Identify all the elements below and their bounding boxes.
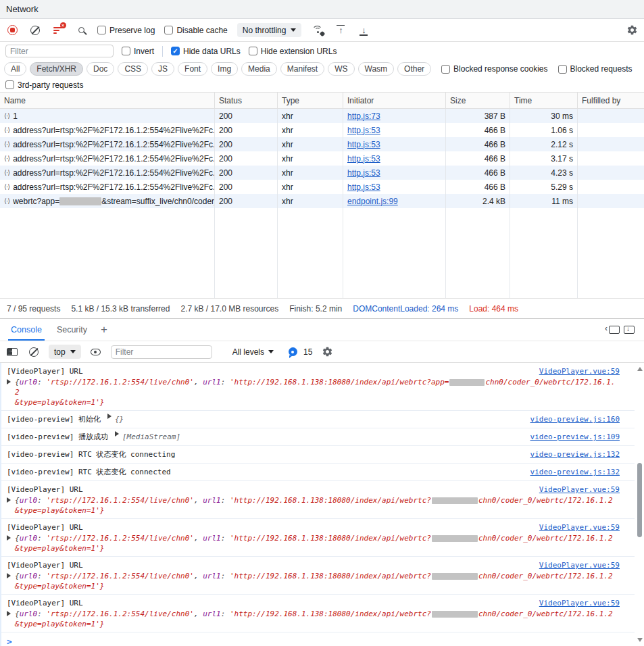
scroll-down-arrow-icon[interactable] <box>637 638 643 642</box>
console-message[interactable]: [VideoPlayer] URLVideoPlayer.vue:59{url0… <box>1 595 635 632</box>
live-expression-eye-icon[interactable] <box>89 345 103 359</box>
filter-icon[interactable]: × <box>51 24 65 37</box>
tab-console[interactable]: Console <box>4 319 49 341</box>
console-message[interactable]: [video-preview] 播放成功[MediaStream]video-p… <box>1 428 635 446</box>
initiator-link[interactable]: http.js:73 <box>347 111 380 121</box>
filter-chip-other[interactable]: Other <box>397 62 431 76</box>
scrollbar-thumb[interactable] <box>637 463 642 537</box>
filter-chip-js[interactable]: JS <box>151 62 174 76</box>
settings-gear-icon[interactable] <box>625 24 639 37</box>
source-link[interactable]: VideoPlayer.vue:59 <box>539 560 620 571</box>
table-row[interactable]: ⟨·⟩address?url=rtsp:%2F%2F172.16.1.2:554… <box>0 123 644 137</box>
console-settings-gear-icon[interactable] <box>320 345 334 359</box>
column-header-size[interactable]: Size <box>446 93 510 108</box>
clear-icon[interactable] <box>28 24 42 37</box>
preserve-log-checkbox[interactable] <box>97 26 106 34</box>
table-row[interactable]: ⟨·⟩address?url=rtsp:%2F%2F172.16.1.2:554… <box>0 166 644 180</box>
add-tab-button[interactable]: + <box>95 323 113 337</box>
record-icon[interactable] <box>5 24 19 37</box>
source-link[interactable]: video-preview.js:109 <box>530 431 620 443</box>
column-header-fulfilled-by[interactable]: Fulfilled by <box>578 93 644 108</box>
source-link[interactable]: VideoPlayer.vue:59 <box>539 366 620 377</box>
export-har-icon[interactable]: ↓ <box>357 24 370 37</box>
source-link[interactable]: video-preview.js:132 <box>530 449 620 460</box>
column-header-initiator[interactable]: Initiator <box>343 93 446 108</box>
filter-chip-all[interactable]: All <box>4 62 26 76</box>
console-sidebar-icon[interactable] <box>5 345 19 359</box>
invert-checkbox[interactable] <box>122 47 130 55</box>
console-message[interactable]: [VideoPlayer] URLVideoPlayer.vue:59{url0… <box>1 519 635 557</box>
console-message[interactable]: [VideoPlayer] URLVideoPlayer.vue:59{url0… <box>1 557 635 595</box>
source-link[interactable]: VideoPlayer.vue:59 <box>539 597 620 609</box>
expand-triangle-icon[interactable] <box>7 535 11 541</box>
table-row[interactable]: ⟨·⟩address?url=rtsp:%2F%2F172.16.1.2:554… <box>0 151 644 166</box>
hide-extension-urls-checkbox[interactable] <box>249 47 257 55</box>
scroll-up-arrow-icon[interactable] <box>637 367 643 371</box>
expand-triangle-icon[interactable] <box>107 414 112 419</box>
console-message[interactable]: [VideoPlayer] URLVideoPlayer.vue:59{url0… <box>1 481 635 519</box>
table-row[interactable]: ⟨·⟩webrtc?app=&stream=suffix_live/chn0/c… <box>0 194 644 208</box>
filter-chip-wasm[interactable]: Wasm <box>358 62 395 76</box>
filter-chip-fetch-xhr[interactable]: Fetch/XHR <box>30 62 83 76</box>
table-header: NameStatusTypeInitiatorSizeTimeFulfilled… <box>0 93 644 109</box>
initiator-link[interactable]: http.js:53 <box>347 182 380 192</box>
expand-triangle-icon[interactable] <box>115 431 119 437</box>
source-link[interactable]: VideoPlayer.vue:59 <box>539 484 620 495</box>
column-header-type[interactable]: Type <box>278 93 343 108</box>
column-header-time[interactable]: Time <box>510 93 578 108</box>
column-header-name[interactable]: Name <box>0 93 215 108</box>
filter-chip-img[interactable]: Img <box>211 62 238 76</box>
undock-drawer-icon[interactable] <box>608 323 621 337</box>
filter-chip-manifest[interactable]: Manifest <box>280 62 324 76</box>
console-message[interactable]: [video-preview] RTC 状态变化 connectedvideo-… <box>1 464 635 481</box>
initiator-link[interactable]: http.js:53 <box>347 168 380 178</box>
finish-time: Finish: 5.2 min <box>289 304 342 314</box>
filter-chip-css[interactable]: CSS <box>118 62 148 76</box>
hide-data-urls-checkbox[interactable]: ✓ <box>171 47 180 55</box>
tab-security[interactable]: Security <box>50 319 94 341</box>
preview-line-1: {url0: 'rtsp://172.16.1.2:554/live/chn0'… <box>15 533 620 543</box>
disable-cache-checkbox[interactable] <box>164 26 173 34</box>
console-prompt-row[interactable]: > <box>1 632 644 646</box>
initiator-link[interactable]: http.js:53 <box>347 126 380 135</box>
xhr-code-icon: ⟨·⟩ <box>4 169 9 176</box>
hide-data-urls-checkbox-row: ✓ Hide data URLs <box>171 47 241 56</box>
blocked-requests-checkbox[interactable] <box>558 65 567 74</box>
initiator-link[interactable]: http.js:53 <box>347 140 380 149</box>
import-har-icon[interactable]: ↑ <box>334 24 347 37</box>
console-filter-input[interactable] <box>111 345 212 359</box>
table-row[interactable]: ⟨·⟩address?url=rtsp:%2F%2F172.16.1.2:554… <box>0 180 644 194</box>
table-row[interactable]: ⟨·⟩1200xhrhttp.js:73387 B30 ms <box>0 109 644 123</box>
expand-drawer-icon[interactable] <box>622 323 636 337</box>
console-message[interactable]: [video-preview] 初始化{}video-preview.js:16… <box>1 411 635 428</box>
expand-triangle-icon[interactable] <box>7 497 11 503</box>
source-link[interactable]: VideoPlayer.vue:59 <box>539 522 620 533</box>
filter-chip-font[interactable]: Font <box>178 62 207 76</box>
blocked-response-cookies-checkbox[interactable] <box>441 65 450 74</box>
initiator-link[interactable]: http.js:53 <box>347 154 380 164</box>
context-select[interactable]: top <box>49 345 81 359</box>
messages-bubble-icon[interactable] <box>286 345 299 359</box>
third-party-checkbox[interactable] <box>5 80 14 89</box>
network-conditions-icon[interactable] <box>311 24 324 37</box>
request-name-cell: ⟨·⟩address?url=rtsp:%2F%2F172.16.1.2:554… <box>0 166 215 180</box>
initiator-link[interactable]: endpoint.js:99 <box>347 197 398 206</box>
filter-chip-media[interactable]: Media <box>241 62 277 76</box>
expand-triangle-icon[interactable] <box>7 611 11 616</box>
clear-console-icon[interactable] <box>27 345 41 359</box>
expand-triangle-icon[interactable] <box>7 573 11 578</box>
throttling-select[interactable]: No throttling <box>237 23 302 37</box>
console-scrollbar[interactable] <box>635 363 644 646</box>
column-header-status[interactable]: Status <box>215 93 278 108</box>
table-row[interactable]: ⟨·⟩address?url=rtsp:%2F%2F172.16.1.2:554… <box>0 137 644 151</box>
filter-chip-ws[interactable]: WS <box>328 62 354 76</box>
source-link[interactable]: video-preview.js:160 <box>530 414 620 425</box>
source-link[interactable]: video-preview.js:132 <box>530 466 620 478</box>
filter-chip-doc[interactable]: Doc <box>86 62 114 76</box>
log-levels-select[interactable]: All levels <box>232 347 274 357</box>
expand-triangle-icon[interactable] <box>7 379 11 384</box>
search-icon[interactable] <box>74 24 88 37</box>
network-filter-input[interactable] <box>5 45 114 57</box>
console-message[interactable]: [VideoPlayer] URLVideoPlayer.vue:59{url0… <box>1 363 635 411</box>
console-message[interactable]: [video-preview] RTC 状态变化 connectingvideo… <box>1 446 635 464</box>
